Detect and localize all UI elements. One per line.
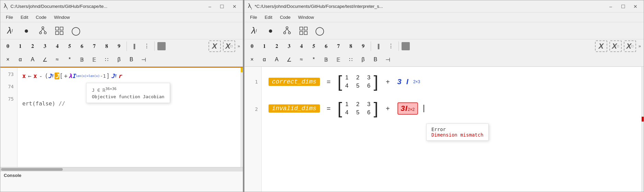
github-tool-left[interactable]: ◯ — [70, 25, 82, 37]
close-button-left[interactable]: ✕ — [230, 2, 239, 11]
J-matrix2: J — [111, 73, 115, 79]
sym-norm-right[interactable]: ‖ — [372, 40, 385, 52]
github-tool-right[interactable]: ◯ — [314, 25, 326, 37]
sym-vdots-left[interactable]: ⋮ — [141, 40, 153, 52]
menu-code-left[interactable]: Code — [32, 14, 50, 21]
sym-more-right[interactable]: » — [637, 43, 642, 49]
sym-1-right[interactable]: 𝟏 — [258, 40, 271, 52]
sym-turnstile-left[interactable]: ⊣ — [138, 54, 150, 65]
grid-tool-right[interactable] — [297, 25, 310, 37]
sym-turnstile-right[interactable]: ⊣ — [382, 54, 394, 65]
sym-angle-left[interactable]: ∠ — [39, 54, 51, 65]
sym-star-left[interactable]: * — [63, 54, 76, 65]
text-cursor — [424, 105, 424, 112]
editor-area-right: 1 2 correct_dims = [ 1 2 3 4 5 — [245, 67, 644, 192]
sym-ratio-right[interactable]: ∷ — [345, 54, 357, 65]
maximize-button-left[interactable]: ☐ — [217, 2, 227, 11]
menu-file-right[interactable]: File — [247, 14, 261, 21]
sym-formula-x2-right[interactable]: X□ — [609, 40, 622, 52]
sym-boolB-left[interactable]: 𝔹 — [76, 54, 88, 65]
sym-7-right[interactable]: 𝟕 — [332, 40, 345, 52]
sym-ratio-left[interactable]: ∷ — [100, 54, 113, 65]
sym-8-left[interactable]: 𝟖 — [100, 40, 113, 52]
sym-9-left[interactable]: 𝟗 — [113, 40, 125, 52]
sym-divider1-left — [127, 41, 127, 51]
sym-2-right[interactable]: 𝟐 — [271, 40, 283, 52]
svg-point-0 — [42, 27, 44, 29]
menu-edit-left[interactable]: Edit — [17, 14, 32, 21]
tooltip-popup-left: J ∈ ℝ36×36 Objective function Jacobian — [86, 83, 170, 103]
lambda-tool-left[interactable]: λI — [4, 25, 16, 37]
sym-beta-right[interactable]: β — [357, 54, 369, 65]
sym-5-right[interactable]: 𝟓 — [308, 40, 320, 52]
sym-angle-right[interactable]: ∠ — [283, 54, 295, 65]
sym-formula-x1-left[interactable]: X — [208, 40, 221, 52]
sym-cross-right[interactable]: × — [246, 54, 258, 65]
sym-boolB-right[interactable]: 𝔹 — [320, 54, 332, 65]
minus-op: - — [39, 73, 43, 79]
sym-formula-x1-right[interactable]: X — [595, 40, 607, 52]
record-tool-left[interactable]: ● — [20, 25, 33, 37]
sym-0-right[interactable]: 𝟎 — [246, 40, 258, 52]
minimize-button-right[interactable]: – — [606, 2, 616, 11]
sym-3-right[interactable]: 𝟑 — [283, 40, 295, 52]
sym-cross-left[interactable]: × — [2, 54, 14, 65]
sidebar-indicators-left — [241, 67, 243, 167]
sym-formula-x2-left[interactable]: X□ — [223, 40, 235, 52]
titlebar-title-left: C:/Users/johnd/Documents/GitHub/Forscape… — [11, 4, 205, 9]
sym-norm-left[interactable]: ‖ — [128, 40, 141, 52]
sym-formula-x3-right[interactable]: X□ — [624, 40, 636, 52]
minimize-button-left[interactable]: – — [205, 2, 215, 11]
sym-3-left[interactable]: 𝟑 — [39, 40, 51, 52]
lambda-tool-right[interactable]: λI — [248, 25, 260, 37]
matrix-cells-1: 1 2 3 4 5 6 — [342, 74, 374, 90]
sym-bigA-left[interactable]: A — [26, 54, 39, 65]
sym-2-left[interactable]: 𝟐 — [26, 40, 39, 52]
sym-6-right[interactable]: 𝟔 — [320, 40, 332, 52]
hierarchy-tool-right[interactable] — [281, 25, 293, 37]
sym-alpha-left[interactable]: α — [14, 54, 26, 65]
lambda-titlebar-icon-right: λI — [248, 2, 252, 10]
grid-tool-left[interactable] — [53, 25, 65, 37]
sym-9-right[interactable]: 𝟗 — [357, 40, 369, 52]
sym-beta-left[interactable]: β — [113, 54, 125, 65]
sym-1-left[interactable]: 𝟏 — [14, 40, 26, 52]
record-tool-right[interactable]: ● — [264, 25, 277, 37]
scrollbar-thumb-left[interactable] — [1, 168, 63, 171]
menu-window-right[interactable]: Window — [295, 14, 317, 21]
code-area-left[interactable]: x ← x - ( J T J [ + λ I len(x)×len(x) -1… — [17, 67, 243, 167]
menu-code-right[interactable]: Code — [276, 14, 294, 21]
sym-4-right[interactable]: 𝟒 — [295, 40, 308, 52]
sym-0-left[interactable]: 𝟎 — [2, 40, 14, 52]
close-button-right[interactable]: ✕ — [631, 2, 640, 11]
sym-more-left[interactable]: » — [236, 43, 241, 49]
sym-vdots-right[interactable]: ⋮ — [385, 40, 397, 52]
menu-window-left[interactable]: Window — [50, 14, 73, 21]
inv-power: -1 — [100, 73, 106, 79]
sym-8-right[interactable]: 𝟖 — [345, 40, 357, 52]
sym-B-right[interactable]: B — [369, 54, 382, 65]
sym-boolE-right[interactable]: 𝔼 — [332, 54, 345, 65]
sym-B-left[interactable]: B — [125, 54, 138, 65]
maximize-button-right[interactable]: ☐ — [618, 2, 628, 11]
menu-edit-right[interactable]: Edit — [261, 14, 276, 21]
sym-approx-left[interactable]: ≈ — [51, 54, 63, 65]
sym-bigA-right[interactable]: A — [271, 54, 283, 65]
sym-gray-left[interactable] — [157, 42, 166, 50]
sym-4-left[interactable]: 𝟒 — [51, 40, 63, 52]
sym-gray-right[interactable] — [402, 42, 410, 50]
hierarchy-tool-left[interactable] — [37, 25, 49, 37]
sym-alpha-right[interactable]: α — [258, 54, 271, 65]
scrollbar-left[interactable] — [0, 167, 243, 171]
svg-rect-7 — [56, 31, 59, 35]
svg-line-4 — [43, 29, 45, 32]
sym-approx-right[interactable]: ≈ — [295, 54, 308, 65]
sym-6-left[interactable]: 𝟔 — [76, 40, 88, 52]
matrix-bracket-left-1: [ — [337, 74, 342, 90]
menu-file-left[interactable]: File — [2, 14, 16, 21]
sym-5-left[interactable]: 𝟓 — [63, 40, 76, 52]
sym-star-right[interactable]: * — [308, 54, 320, 65]
sym-boolE-left[interactable]: 𝔼 — [88, 54, 100, 65]
sym-7-left[interactable]: 𝟕 — [88, 40, 100, 52]
arrow-left: ← — [28, 73, 31, 79]
